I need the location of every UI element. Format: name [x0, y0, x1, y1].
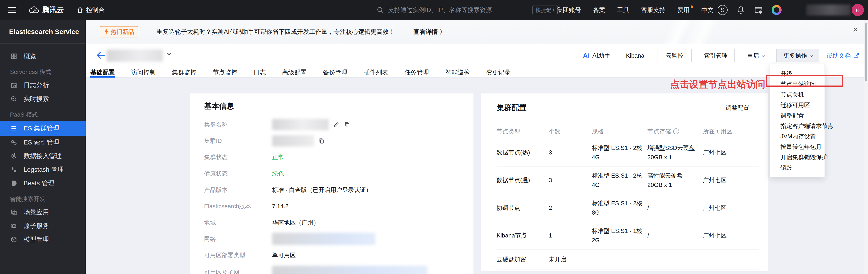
menu-item-destroy[interactable]: 销毁: [770, 162, 825, 173]
table-row: 数据节点(温) 3 标准型 ES.S1 - 2核 4G 高性能云硬盘 20GB …: [497, 166, 759, 194]
topbar-divider: [799, 5, 799, 14]
menu-item-destroy-protection[interactable]: 开启集群销毁保护: [770, 152, 825, 162]
sidebar-item-atomic-service[interactable]: 原子服务: [0, 219, 86, 233]
sidebar-item-realtime-search[interactable]: 实时搜索: [0, 92, 86, 106]
cluster-list-icon: [10, 125, 18, 132]
help-doc-link[interactable]: 帮助文档: [826, 52, 859, 60]
copy-icon[interactable]: [344, 121, 350, 128]
table-header-row: 节点类型 个数 规格 节点存储i 所在可用区: [497, 124, 759, 139]
menu-item-jvm-memory[interactable]: JVM内存设置: [770, 131, 825, 142]
tab-plugin-list[interactable]: 插件列表: [364, 67, 388, 78]
cloud-monitor-button[interactable]: 云监控: [658, 49, 691, 62]
topbar-link-language[interactable]: 中文: [701, 6, 714, 14]
bell-icon[interactable]: [736, 5, 745, 14]
realtime-search-icon: [10, 95, 18, 102]
info-row-cluster-name: 集群名称: [204, 116, 473, 133]
lightning-icon: [104, 29, 109, 35]
cloud-logo-icon: [29, 6, 39, 14]
cluster-id-value-masked: [272, 135, 314, 147]
col-spec: 规格: [592, 127, 647, 136]
page-scrollbar-thumb[interactable]: [865, 23, 867, 81]
console-settings-icon[interactable]: [754, 5, 763, 14]
copy-icon[interactable]: [318, 138, 325, 144]
cluster-config-title: 集群配置: [497, 103, 527, 113]
sidebar-item-logstash-manage[interactable]: Logstash 管理: [0, 163, 86, 177]
edit-icon[interactable]: [333, 121, 340, 128]
sidebar-item-overview[interactable]: 概览: [0, 50, 86, 63]
network-value-masked: [272, 233, 375, 245]
back-arrow-icon[interactable]: [95, 50, 107, 61]
menu-item-upgrade[interactable]: 升级: [770, 68, 825, 79]
overview-grid-icon: [10, 53, 18, 60]
menu-item-client-request-node[interactable]: 指定客户端请求节点: [770, 121, 825, 131]
tab-logs[interactable]: 日志: [253, 67, 266, 78]
global-search[interactable]: 支持通过实例ID、IP、名称等搜索资源 快捷键 /: [376, 0, 558, 20]
avatar[interactable]: e: [852, 4, 864, 16]
adjust-config-button[interactable]: 调整配置: [716, 101, 759, 114]
sidebar-item-es-cluster-manage[interactable]: ES 集群管理: [0, 121, 86, 135]
billing-notification-dot: [691, 5, 693, 8]
cluster-selector[interactable]: [167, 52, 170, 56]
menu-item-node-outbound-access[interactable]: 节点出站访问: [770, 79, 825, 89]
more-actions-button[interactable]: 更多操作: [776, 49, 819, 62]
hamburger-menu-icon[interactable]: [8, 7, 16, 13]
info-icon[interactable]: i: [673, 128, 679, 134]
sidebar-item-es-index-manage[interactable]: ES 索引管理: [0, 135, 86, 149]
table-row: Kibana节点 1 标准型 ES.S1 - 1核 2G / 广州七区: [497, 222, 759, 249]
tab-basic-config[interactable]: 基础配置: [90, 67, 115, 78]
cluster-status-value: 正常: [272, 153, 284, 161]
tab-task-manage[interactable]: 任务管理: [405, 67, 429, 78]
cluster-name-value-masked: [272, 119, 329, 130]
topbar-link-billing[interactable]: 费用: [677, 6, 689, 14]
sidebar-item-data-ingest-manage[interactable]: 数据接入管理: [0, 149, 86, 163]
tab-backup-manage[interactable]: 备份管理: [323, 67, 347, 78]
search-icon: [376, 6, 384, 14]
tab-access-control[interactable]: 访问控制: [131, 67, 156, 78]
assistant-colorful-icon[interactable]: [772, 5, 782, 15]
sidebar-section-paas: PaaS 模式: [0, 108, 86, 121]
menu-item-migrate-az[interactable]: 迁移可用区: [770, 100, 825, 110]
banner-close-icon[interactable]: ×: [853, 25, 858, 34]
tab-cluster-monitor[interactable]: 集群监控: [172, 67, 196, 78]
account-name-masked: [806, 4, 851, 16]
sidebar-item-model-manage[interactable]: 模型管理: [0, 233, 86, 246]
tab-advanced-config[interactable]: 高级配置: [282, 67, 307, 78]
model-manage-icon: [10, 236, 18, 243]
menu-item-billing-switch[interactable]: 按量转包年包月: [770, 142, 825, 152]
sidebar-section-serverless: Serverless 模式: [0, 65, 86, 79]
tab-node-monitor[interactable]: 节点监控: [213, 67, 237, 78]
s-circle-icon[interactable]: S: [718, 5, 727, 15]
sidebar: Elasticsearch Service 概览 Serverless 模式 日…: [0, 20, 86, 274]
menu-item-node-shutdown[interactable]: 节点关机: [770, 89, 825, 100]
topbar: 腾讯云 控制台 支持通过实例ID、IP、名称等搜索资源 快捷键 / 集: [0, 0, 868, 20]
topbar-link-group-account[interactable]: 集团账号: [557, 6, 581, 14]
console-link[interactable]: 控制台: [76, 6, 104, 14]
brand-text: 腾讯云: [42, 5, 64, 15]
tab-smart-inspection[interactable]: 智能巡检: [445, 67, 470, 78]
ai-assistant-button[interactable]: Ai AI助手: [583, 52, 611, 60]
more-actions-menu: 升级 节点出站访问 节点关机 迁移可用区 调整配置 指定客户端请求节点 JVM内…: [770, 64, 825, 177]
sidebar-item-beats-manage[interactable]: Beats 管理: [0, 177, 86, 190]
sidebar-item-log-analysis[interactable]: 日志分析: [0, 79, 86, 92]
restart-button[interactable]: 重启: [740, 49, 771, 62]
tencent-cloud-logo[interactable]: 腾讯云: [29, 5, 64, 15]
menu-item-adjust-config[interactable]: 调整配置: [770, 110, 825, 121]
sidebar-section-smart-search: 智能搜索开发: [0, 192, 86, 206]
table-row: 协调节点 2 标准型 ES.S1 - 2核 8G / 广州七区: [497, 194, 759, 222]
node-config-table: 节点类型 个数 规格 节点存储i 所在可用区 数据节点(热) 3 标准型 ES.…: [497, 124, 759, 270]
banner-detail-link[interactable]: 查看详情 〉: [413, 28, 446, 36]
kibana-button[interactable]: Kibana: [618, 49, 652, 62]
sidebar-item-scene-app[interactable]: 场景应用: [0, 206, 86, 219]
tab-change-record[interactable]: 变更记录: [486, 67, 510, 78]
col-node-type: 节点类型: [497, 127, 549, 135]
log-analysis-icon: [10, 82, 18, 89]
info-row-region: 地域 华南地区（广州）: [204, 214, 473, 231]
topbar-link-tools[interactable]: 工具: [617, 6, 629, 14]
index-manage-button[interactable]: 索引管理: [697, 49, 735, 62]
chevron-down-icon: [809, 54, 813, 57]
topbar-link-support[interactable]: 客服支持: [641, 6, 665, 14]
cluster-config-card: 集群配置 调整配置 节点类型 个数 规格 节点存储i 所在可用区 数据节点(热)…: [481, 93, 768, 271]
data-ingest-icon: [10, 153, 18, 159]
topbar-link-icp[interactable]: 备案: [593, 6, 605, 14]
cluster-name-masked: [106, 50, 163, 62]
